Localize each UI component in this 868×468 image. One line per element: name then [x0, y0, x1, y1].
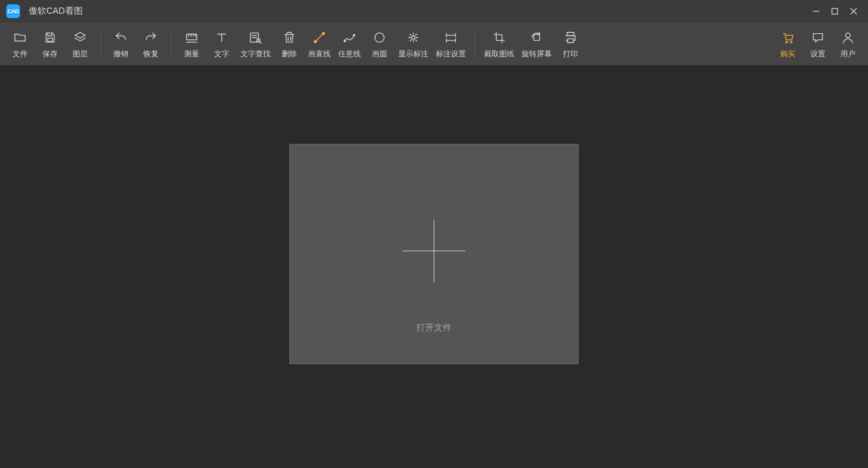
annot-setting-icon	[442, 29, 460, 46]
app-title: 傲软CAD看图	[29, 6, 83, 17]
text-icon	[213, 29, 230, 46]
tool-label: 截取图纸	[484, 49, 514, 59]
tool-show-annot[interactable]: 显示标注	[395, 28, 432, 61]
tool-label: 任意线	[338, 49, 361, 59]
tool-settings[interactable]: 设置	[803, 28, 833, 61]
tool-crop[interactable]: 截取图纸	[480, 28, 518, 61]
maximize-button[interactable]	[825, 2, 844, 21]
toolbar: 文件保存图层撤销恢复测量文字文字查找删除画直线任意线画圆显示标注标注设置截取图纸…	[0, 23, 868, 65]
svg-point-23	[323, 32, 325, 34]
freeline-icon	[341, 29, 358, 46]
toolbar-separator	[100, 31, 101, 56]
close-button[interactable]	[844, 2, 863, 21]
open-file-card[interactable]: 打开文件	[289, 144, 579, 364]
svg-rect-40	[567, 38, 573, 42]
tool-label: 打印	[563, 49, 578, 59]
tool-save[interactable]: 保存	[35, 28, 65, 61]
svg-rect-4	[48, 38, 52, 41]
save-icon	[41, 29, 59, 46]
tool-label: 旋转屏幕	[522, 49, 552, 59]
tool-freeline[interactable]: 任意线	[334, 28, 364, 61]
chat-icon	[809, 29, 827, 46]
show-annot-icon	[405, 29, 422, 46]
tool-print[interactable]: 打印	[555, 28, 586, 61]
tool-file[interactable]: 文件	[5, 28, 35, 61]
tool-label: 设置	[810, 49, 825, 59]
tool-undo[interactable]: 撤销	[106, 28, 136, 61]
tool-label: 测量	[184, 49, 199, 59]
tool-label: 标注设置	[436, 49, 466, 59]
folder-icon	[11, 29, 29, 46]
svg-rect-38	[534, 34, 539, 40]
app-logo-text: CAD	[8, 8, 19, 14]
tool-user[interactable]: 用户	[833, 28, 863, 61]
tool-measure[interactable]: 测量	[177, 28, 207, 61]
tool-label: 撤销	[113, 49, 128, 59]
tool-label: 用户	[840, 49, 855, 59]
plus-icon	[403, 220, 465, 282]
titlebar: CAD 傲软CAD看图	[0, 0, 868, 23]
close-icon	[850, 8, 857, 15]
tool-delete[interactable]: 删除	[274, 28, 304, 61]
tool-label: 恢复	[143, 49, 158, 59]
tool-label: 文字查找	[240, 49, 271, 59]
svg-line-34	[416, 34, 417, 35]
tool-label: 文字	[214, 49, 229, 59]
redo-icon	[142, 29, 160, 46]
svg-rect-1	[832, 9, 838, 14]
svg-line-18	[260, 41, 261, 43]
svg-point-43	[845, 33, 850, 37]
open-file-label: 打开文件	[416, 322, 452, 333]
line-icon	[311, 29, 328, 46]
tool-redo[interactable]: 恢复	[136, 28, 166, 61]
tool-annot-setting[interactable]: 标注设置	[432, 28, 470, 61]
user-icon	[839, 29, 857, 46]
print-icon	[562, 29, 579, 46]
svg-line-21	[316, 33, 324, 41]
toolbar-separator	[171, 31, 172, 56]
tool-label: 文件	[13, 49, 28, 59]
minimize-button[interactable]	[807, 2, 825, 21]
svg-marker-5	[75, 32, 86, 38]
rotate-icon	[528, 29, 545, 46]
svg-point-26	[375, 33, 385, 42]
canvas-area: 打开文件	[0, 65, 868, 468]
layers-icon	[71, 29, 89, 46]
svg-line-32	[410, 34, 411, 35]
tool-label: 显示标注	[398, 49, 428, 59]
tool-buy[interactable]: 购买	[773, 28, 803, 61]
svg-point-27	[411, 36, 415, 39]
tool-label: 保存	[43, 49, 58, 59]
find-text-icon	[247, 29, 264, 46]
minimize-icon	[812, 8, 820, 15]
tool-label: 画直线	[308, 49, 331, 59]
tool-layers[interactable]: 图层	[65, 28, 95, 61]
tool-label: 购买	[780, 49, 795, 59]
tool-label: 图层	[73, 49, 88, 59]
tool-line[interactable]: 画直线	[304, 28, 334, 61]
svg-line-33	[416, 39, 417, 41]
tool-label: 删除	[282, 49, 297, 59]
app-logo-icon: CAD	[6, 4, 20, 18]
tool-find-text[interactable]: 文字查找	[237, 28, 274, 61]
tool-label: 画圆	[372, 49, 387, 59]
tool-circle[interactable]: 画圆	[364, 28, 395, 61]
circle-icon	[371, 29, 388, 46]
svg-point-41	[786, 41, 788, 43]
svg-rect-39	[567, 32, 574, 36]
crop-icon	[490, 29, 508, 46]
undo-icon	[112, 29, 130, 46]
window-controls	[807, 0, 868, 23]
cart-icon	[779, 29, 797, 46]
svg-point-22	[314, 40, 317, 43]
measure-icon	[183, 29, 200, 46]
maximize-icon	[831, 8, 839, 15]
svg-point-42	[790, 41, 792, 43]
toolbar-separator	[475, 31, 475, 56]
tool-rotate[interactable]: 旋转屏幕	[518, 28, 555, 61]
delete-icon	[281, 29, 298, 46]
svg-line-35	[410, 39, 411, 41]
tool-text[interactable]: 文字	[207, 28, 237, 61]
